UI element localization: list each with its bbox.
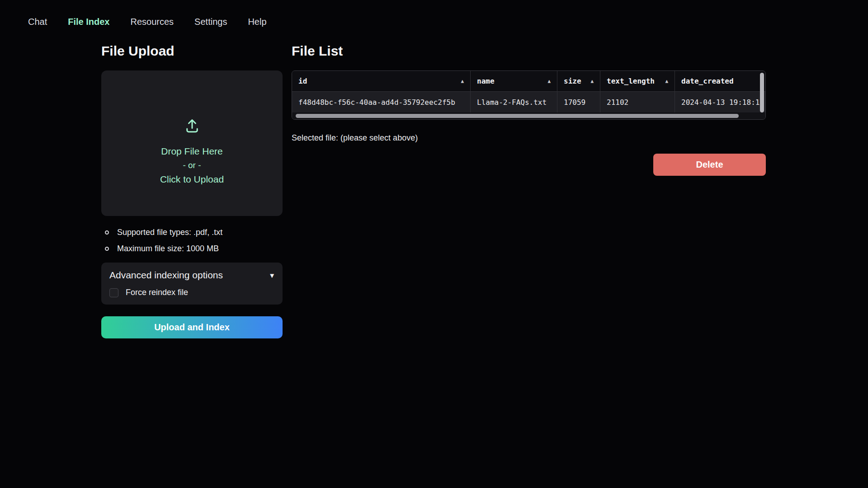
note-text: Supported file types: .pdf, .txt — [117, 228, 222, 237]
cell-date-created[interactable]: 2024-04-13 19:18:1 — [675, 92, 765, 113]
upload-icon — [184, 118, 200, 136]
file-list-title: File List — [292, 43, 766, 59]
upload-and-index-button[interactable]: Upload and Index — [101, 316, 283, 338]
note-text: Maximum file size: 1000 MB — [117, 244, 219, 253]
tab-settings[interactable]: Settings — [194, 17, 227, 27]
force-reindex-checkbox[interactable] — [109, 288, 118, 297]
column-label: date_created — [681, 77, 734, 85]
file-table: id ▲ name ▲ size ▲ text_length ▲ date_cr… — [292, 70, 766, 120]
column-label: text_length — [607, 77, 655, 85]
cell-size[interactable]: 17059 — [557, 92, 600, 113]
accordion-body: Force reindex file — [109, 288, 275, 297]
file-dropzone[interactable]: Drop File Here - or - Click to Upload — [101, 70, 283, 216]
sort-arrow-icon[interactable]: ▲ — [590, 78, 594, 84]
top-nav: Chat File Index Resources Settings Help — [0, 0, 868, 32]
force-reindex-label: Force reindex file — [126, 288, 188, 297]
accordion-header[interactable]: Advanced indexing options ▼ — [109, 270, 275, 281]
cell-name[interactable]: Llama-2-FAQs.txt — [471, 92, 557, 113]
tab-chat[interactable]: Chat — [28, 17, 47, 27]
accordion-title: Advanced indexing options — [109, 270, 223, 281]
note-supported-types: Supported file types: .pdf, .txt — [105, 228, 283, 237]
column-label: size — [564, 77, 581, 85]
sort-arrow-icon[interactable]: ▲ — [665, 78, 668, 84]
table-row[interactable]: f48d48bc-f56c-40aa-ad4d-35792eec2f5b Lla… — [292, 91, 765, 113]
bullet-circle-icon — [105, 247, 109, 251]
sort-arrow-icon[interactable]: ▲ — [547, 78, 551, 84]
advanced-options-accordion: Advanced indexing options ▼ Force reinde… — [101, 263, 283, 305]
bullet-circle-icon — [105, 230, 109, 235]
file-upload-title: File Upload — [101, 43, 283, 59]
dropzone-text-drop: Drop File Here — [161, 144, 223, 159]
column-header-date-created[interactable]: date_created — [675, 71, 765, 91]
tab-resources[interactable]: Resources — [131, 17, 174, 27]
table-horizontal-scrollbar-track — [292, 113, 765, 119]
column-label: id — [298, 77, 307, 85]
column-header-size[interactable]: size ▲ — [557, 71, 600, 91]
delete-button-row: Delete — [292, 154, 766, 176]
table-header-row: id ▲ name ▲ size ▲ text_length ▲ date_cr… — [292, 71, 765, 91]
selected-file-status: Selected file: (please select above) — [292, 133, 766, 143]
tab-file-index[interactable]: File Index — [68, 17, 109, 27]
column-label: name — [477, 77, 495, 85]
upload-notes: Supported file types: .pdf, .txt Maximum… — [105, 228, 283, 253]
dropzone-text-or: - or - — [183, 159, 201, 172]
file-list-panel: File List id ▲ name ▲ size ▲ text_length… — [292, 43, 766, 176]
chevron-down-icon: ▼ — [269, 272, 275, 279]
column-header-name[interactable]: name ▲ — [471, 71, 557, 91]
cell-text-length[interactable]: 21102 — [600, 92, 675, 113]
delete-button[interactable]: Delete — [653, 154, 766, 176]
column-header-text-length[interactable]: text_length ▲ — [600, 71, 675, 91]
tab-help[interactable]: Help — [248, 17, 266, 27]
cell-id[interactable]: f48d48bc-f56c-40aa-ad4d-35792eec2f5b — [292, 92, 471, 113]
file-upload-panel: File Upload Drop File Here - or - Click … — [101, 43, 283, 338]
dropzone-click-to-upload[interactable]: Click to Upload — [160, 172, 224, 187]
table-vertical-scrollbar[interactable] — [760, 73, 764, 113]
table-horizontal-scrollbar[interactable] — [296, 114, 739, 118]
sort-arrow-icon[interactable]: ▲ — [461, 78, 464, 84]
note-max-size: Maximum file size: 1000 MB — [105, 244, 283, 253]
column-header-id[interactable]: id ▲ — [292, 71, 471, 91]
